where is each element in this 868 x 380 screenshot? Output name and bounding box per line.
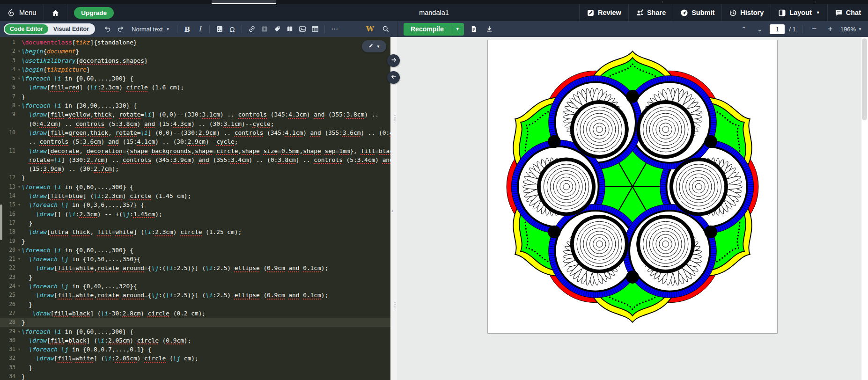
header-action-submit[interactable]: Submit [673, 4, 721, 21]
line-number[interactable]: 15▼ [0, 200, 22, 209]
line-number[interactable]: 34 [0, 372, 22, 380]
expand-right-button[interactable] [387, 54, 400, 67]
line-number[interactable]: 28 [0, 318, 22, 327]
code-line[interactable]: 26 } [0, 300, 390, 309]
code-line[interactable]: 22 \draw[fill=white,rotate around={\j:(\… [0, 263, 390, 272]
header-action-layout[interactable]: Layout▼ [771, 4, 827, 21]
zoom-out-button[interactable]: − [809, 23, 820, 35]
line-number[interactable]: 5▼ [0, 74, 22, 83]
writefull-icon[interactable]: W [364, 23, 376, 35]
code-line[interactable]: 7} [0, 92, 390, 101]
code-line[interactable]: 27 \draw[fill=black] (\i-30:2.8cm) circl… [0, 309, 390, 318]
header-action-share[interactable]: Share [628, 4, 673, 21]
add-comment-icon[interactable] [258, 23, 270, 35]
code-line[interactable]: 34} [0, 372, 390, 380]
ellipsis-icon[interactable]: ⋯ [329, 23, 340, 35]
line-number[interactable]: 21▼ [0, 255, 22, 263]
fold-arrow-icon[interactable]: ▼ [18, 66, 20, 74]
line-number[interactable]: 32 [0, 354, 22, 363]
code-line[interactable]: (0:4.2cm) .. controls (5:3.8cm) and (15:… [0, 119, 390, 128]
pdf-scrollbar[interactable] [861, 37, 868, 380]
table-icon[interactable] [309, 23, 321, 35]
fold-arrow-icon[interactable]: ▼ [18, 255, 20, 264]
pane-divider[interactable]: ⋮⋮ ⋮⋮ › [390, 37, 397, 380]
code-line[interactable]: 1\documentclass[tikz]{standalone} [0, 38, 390, 47]
pdf-preview-pane[interactable] [397, 37, 868, 380]
home-button[interactable] [44, 4, 67, 21]
line-number[interactable]: 9 [0, 110, 22, 119]
line-number[interactable]: 33 [0, 363, 22, 372]
code-line[interactable]: 5▼\foreach \i in {0,60,...,300} { [0, 74, 390, 83]
line-number[interactable]: 19 [0, 237, 22, 246]
fold-arrow-icon[interactable]: ▼ [18, 47, 20, 56]
code-line[interactable]: 18 \draw[ultra thick, fill=white] (\i:2.… [0, 227, 390, 236]
redo-icon[interactable] [114, 23, 126, 35]
code-line[interactable]: 32 \draw[fill=white] (\i:2.05cm) circle … [0, 354, 390, 363]
next-page-button[interactable]: ⌃ [754, 23, 765, 35]
upgrade-button[interactable]: Upgrade [74, 7, 114, 19]
fold-arrow-icon[interactable]: ▼ [18, 74, 20, 83]
code-line[interactable]: 24▼ \foreach \j in {0,40,...,320}{ [0, 282, 390, 291]
code-line[interactable]: 19} [0, 237, 390, 246]
code-line[interactable]: 3\usetikzlibrary{decorations.shapes} [0, 56, 390, 65]
fold-arrow-icon[interactable]: ▼ [18, 183, 20, 192]
line-number[interactable]: 6 [0, 83, 22, 92]
pdf-scrollbar-thumb[interactable] [862, 38, 867, 120]
undo-icon[interactable] [102, 23, 113, 35]
line-number[interactable]: 24▼ [0, 282, 22, 291]
line-number[interactable]: 29▼ [0, 327, 22, 336]
line-number[interactable] [0, 164, 22, 173]
code-line[interactable]: 23 } [0, 273, 390, 282]
code-line[interactable]: 25 \draw[fill=white,rotate around={\j:(\… [0, 291, 390, 300]
line-number[interactable]: 30 [0, 336, 22, 345]
line-number[interactable] [0, 155, 22, 164]
code-line[interactable]: 20▼\foreach \i in {0,60,...,300} { [0, 246, 390, 255]
code-editor-toggle[interactable]: Code Editor [5, 24, 48, 34]
line-number[interactable]: 14 [0, 191, 22, 200]
code-line[interactable]: 9 \draw[fill=yellow,thick, rotate=\i] (0… [0, 110, 390, 119]
code-line[interactable]: .. controls (5:3.6cm) and (15:4.1cm) .. … [0, 137, 390, 146]
code-line[interactable]: 30 \draw[fill=black] (\i:2.05cm) circle … [0, 336, 390, 345]
editor-scroll-indicator[interactable] [0, 205, 2, 240]
line-number[interactable]: 10 [0, 128, 22, 137]
line-number[interactable]: 31▼ [0, 345, 22, 354]
line-number[interactable]: 25 [0, 291, 22, 300]
line-number[interactable]: 11 [0, 146, 22, 155]
line-number[interactable]: 22 [0, 263, 22, 272]
code-line[interactable]: (15:3.9cm) .. (30:2.7cm); [0, 164, 390, 173]
header-action-history[interactable]: History [721, 4, 771, 21]
code-line[interactable]: 29▼\foreach \i in {0,60,...,300} { [0, 327, 390, 336]
line-number[interactable]: 27 [0, 309, 22, 318]
fold-arrow-icon[interactable]: ▼ [18, 345, 20, 354]
line-number[interactable]: 3 [0, 56, 22, 65]
code-editor-pane[interactable]: 1\documentclass[tikz]{standalone}2▼\begi… [0, 37, 390, 380]
active-browser-tab[interactable] [212, 0, 276, 4]
line-number[interactable] [0, 119, 22, 128]
previous-page-button[interactable]: ⌃ [738, 23, 750, 35]
code-line[interactable]: 10 \draw[fill=green,thick, rotate=\i] (0… [0, 128, 390, 137]
line-number[interactable]: 2▼ [0, 47, 22, 56]
code-line[interactable]: 33 } [0, 363, 390, 372]
code-line[interactable]: 4▼\begin{tikzpicture} [0, 65, 390, 74]
code-line[interactable]: 8▼\foreach \i in {30,90,...,330} { [0, 101, 390, 110]
link-icon[interactable] [246, 23, 257, 35]
code-line[interactable]: 13▼\foreach \i in {0,60,...,300} { [0, 183, 390, 191]
line-number[interactable]: 18 [0, 227, 22, 236]
collapse-left-button[interactable] [387, 71, 400, 84]
cite-icon[interactable] [284, 23, 295, 35]
header-action-chat[interactable]: Chat [827, 4, 868, 21]
page-number-input[interactable] [770, 24, 785, 34]
recompile-button[interactable]: Recompile [404, 23, 451, 36]
paragraph-style-dropdown[interactable]: Normal text ▼ [128, 26, 173, 33]
math-icon[interactable] [213, 23, 225, 35]
menu-button[interactable]: Menu [0, 4, 44, 21]
code-line[interactable]: 11 \draw[decorate, decoration={shape bac… [0, 146, 390, 155]
bold-icon[interactable]: B [181, 23, 193, 35]
code-line[interactable]: rotate=\i] (330:2.7cm) .. controls (345:… [0, 155, 390, 164]
code-line[interactable]: 12} [0, 173, 390, 182]
omega-icon[interactable]: Ω [226, 23, 238, 35]
drag-handle-icon[interactable]: ⋮⋮ [392, 303, 397, 309]
code-line[interactable]: 31▼ \foreach \j in {0.8,0.7,...,0.1} { [0, 345, 390, 354]
fold-arrow-icon[interactable]: ▼ [18, 246, 20, 255]
fold-arrow-icon[interactable]: ▼ [18, 328, 20, 336]
